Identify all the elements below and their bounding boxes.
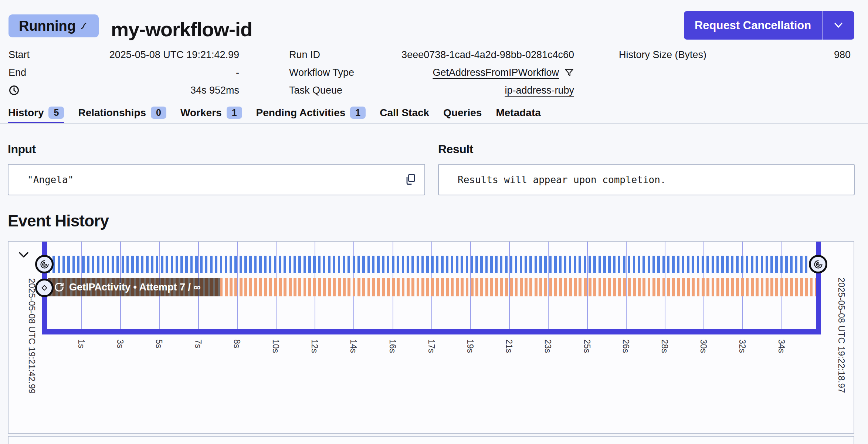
axis-tick-label: 8s [232, 339, 242, 348]
axis-tick-label: 17s [426, 339, 437, 353]
task-queue-link[interactable]: ip-address-ruby [505, 85, 574, 96]
axis-tick-label: 28s [660, 339, 670, 353]
detail-row-task-queue: Task Queue ip-address-ruby [289, 84, 574, 97]
temporal-spiral-icon [40, 259, 50, 269]
axis-tick-label: 1s [76, 339, 87, 348]
axis-tick-label: 3s [115, 339, 125, 348]
history-size-value: 980 [834, 49, 851, 61]
timeline-baseline-bar [42, 329, 821, 334]
tab-count-badge: 1 [227, 107, 242, 119]
clock-icon [9, 85, 20, 96]
axis-tick-label: 7s [193, 339, 203, 348]
activity-label[interactable]: GetIPActivity • Attempt 7 / ∞ [48, 278, 220, 296]
diamond-icon [40, 283, 49, 292]
timeline-end-time: 2025-05-08 UTC 19:22:18.97 [836, 278, 847, 393]
axis-tick-label: 32s [737, 339, 747, 353]
status-label: Running [19, 18, 76, 34]
axis-tick-label: 10s [271, 339, 281, 353]
tab-metadata[interactable]: Metadata [496, 107, 540, 123]
tab-history[interactable]: History 5 [8, 107, 64, 123]
tab-queries[interactable]: Queries [443, 107, 482, 123]
detail-row-end: End - [9, 66, 239, 79]
tab-count-badge: 5 [48, 107, 64, 119]
input-heading: Input [8, 142, 36, 156]
detail-row-start: Start 2025-05-08 UTC 19:21:42.99 [9, 48, 239, 61]
running-squiggle-icon [80, 22, 88, 30]
activity-label-text: GetIPActivity • Attempt 7 / ∞ [69, 282, 201, 293]
workflow-execution-bar[interactable] [48, 256, 808, 273]
detail-row-run-id: Run ID 3eee0738-1cad-4a2d-98bb-0281c4c60 [289, 48, 574, 61]
input-value: "Angela" [9, 174, 74, 185]
axis-tick-label: 25s [582, 339, 592, 353]
run-id-value: 3eee0738-1cad-4a2d-98bb-0281c4c60 [401, 49, 574, 61]
axis-tick-label: 23s [543, 339, 553, 353]
tab-bar: History 5 Relationships 0 Workers 1 Pend… [8, 107, 541, 123]
tab-count-badge: 1 [350, 107, 366, 119]
copy-icon[interactable] [404, 173, 416, 186]
event-history-timeline: GetIPActivity • Attempt 7 / ∞ [8, 241, 854, 434]
duration-value: 34s 952ms [190, 85, 239, 96]
page-title: my-workflow-id [111, 18, 252, 41]
collapse-chevron-icon[interactable] [18, 251, 30, 259]
cancellation-menu-button[interactable] [823, 11, 854, 40]
result-value: Results will appear upon completion. [439, 174, 666, 185]
timeline-start-time: 2025-05-08 UTC 19:21:42.99 [26, 278, 37, 394]
axis-tick-label: 34s [776, 339, 787, 353]
workflow-type-link[interactable]: GetAddressFromIPWorkflow [433, 67, 559, 78]
activity-node[interactable] [35, 279, 54, 297]
start-value: 2025-05-08 UTC 19:21:42.99 [109, 49, 239, 61]
tab-divider [0, 123, 868, 124]
retry-icon [54, 282, 64, 292]
event-table-panel [8, 436, 854, 444]
end-label: End [9, 67, 26, 78]
axis-tick-label: 14s [348, 339, 359, 353]
event-history-heading: Event History [8, 212, 109, 230]
details-column-history-size: History Size (Bytes) 980 [619, 48, 851, 61]
workflow-details-page: Running my-workflow-id Request Cancellat… [0, 0, 868, 444]
tab-workers[interactable]: Workers 1 [180, 107, 242, 123]
run-id-label: Run ID [289, 49, 320, 61]
status-badge: Running [9, 14, 99, 37]
details-column-run: Run ID 3eee0738-1cad-4a2d-98bb-0281c4c60… [289, 48, 574, 97]
workflow-current-node[interactable] [809, 255, 827, 273]
tab-pending-activities[interactable]: Pending Activities 1 [256, 107, 366, 123]
filter-funnel-icon[interactable] [564, 68, 574, 78]
axis-tick-label: 30s [698, 339, 709, 353]
request-cancellation-label[interactable]: Request Cancellation [684, 11, 823, 40]
workflow-start-node[interactable] [35, 255, 54, 273]
tab-count-badge: 0 [151, 107, 166, 119]
start-label: Start [9, 49, 30, 61]
axis-tick-label: 26s [621, 339, 631, 353]
result-heading: Result [438, 142, 473, 156]
result-box: Results will appear upon completion. [438, 164, 855, 195]
axis-tick-label: 19s [465, 339, 475, 353]
tab-call-stack[interactable]: Call Stack [380, 107, 429, 123]
detail-row-duration: 34s 952ms [9, 84, 239, 97]
task-queue-label: Task Queue [289, 85, 342, 96]
axis-tick-label: 21s [504, 339, 514, 353]
temporal-spiral-icon [813, 259, 823, 269]
end-value: - [236, 67, 239, 78]
detail-row-history-size: History Size (Bytes) 980 [619, 48, 851, 61]
input-box: "Angela" [8, 164, 425, 195]
axis-tick-label: 12s [309, 339, 320, 353]
request-cancellation-button[interactable]: Request Cancellation [684, 11, 854, 40]
axis-tick-label: 5s [154, 339, 164, 348]
tab-relationships[interactable]: Relationships 0 [78, 107, 166, 123]
detail-row-workflow-type: Workflow Type GetAddressFromIPWorkflow [289, 66, 574, 79]
chevron-down-icon [833, 22, 844, 29]
axis-tick-label: 16s [387, 339, 398, 353]
details-column-times: Start 2025-05-08 UTC 19:21:42.99 End - 3… [9, 48, 239, 97]
history-size-label: History Size (Bytes) [619, 49, 706, 61]
workflow-type-label: Workflow Type [289, 67, 354, 78]
